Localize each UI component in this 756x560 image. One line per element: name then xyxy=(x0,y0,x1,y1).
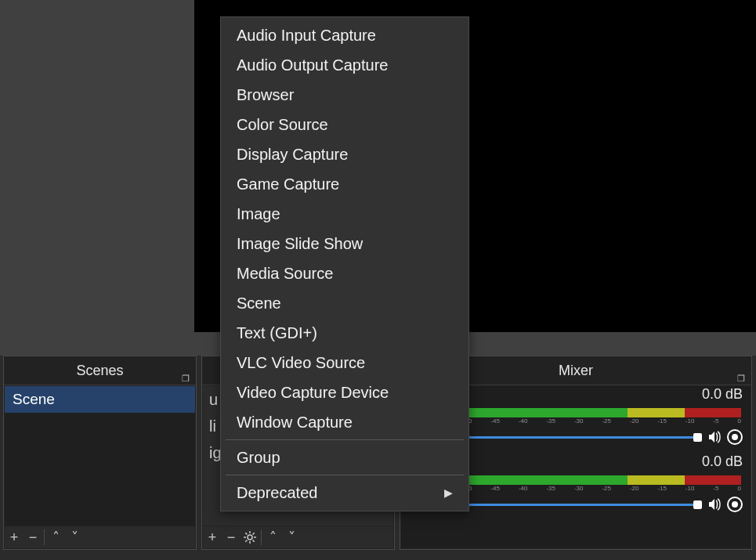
menu-item-vlc-video-source[interactable]: VLC Video Source xyxy=(221,348,468,378)
mute-button[interactable] xyxy=(707,497,722,512)
menu-item-display-capture[interactable]: Display Capture xyxy=(221,139,468,169)
menu-item-media-source[interactable]: Media Source xyxy=(221,258,468,288)
scenes-title: Scenes xyxy=(76,363,123,378)
svg-line-5 xyxy=(245,533,247,534)
sources-settings-button[interactable] xyxy=(241,528,259,547)
mixer-options-button[interactable] xyxy=(727,497,743,512)
minus-icon: − xyxy=(29,530,38,544)
scenes-dock: Scenes ❐ Scene + − ˄ ˅ xyxy=(3,356,197,550)
speaker-icon xyxy=(707,497,722,511)
menu-item-scene[interactable]: Scene xyxy=(221,288,468,318)
sources-remove-button[interactable]: − xyxy=(222,528,241,547)
menu-item-image-slide-show[interactable]: Image Slide Show xyxy=(221,229,468,258)
scenes-move-down-button[interactable]: ˅ xyxy=(65,528,84,547)
scene-item-label: Scene xyxy=(13,391,55,407)
chevron-down-icon: ˅ xyxy=(288,530,295,544)
menu-separator xyxy=(226,439,464,440)
scenes-dock-header: Scenes ❐ xyxy=(4,356,196,385)
mute-button[interactable] xyxy=(707,429,722,445)
chevron-up-icon: ˄ xyxy=(269,530,277,544)
svg-line-8 xyxy=(253,533,255,534)
add-source-context-menu: Audio Input Capture Audio Output Capture… xyxy=(220,16,469,511)
plus-icon: + xyxy=(208,530,217,544)
svg-point-0 xyxy=(248,535,252,540)
gear-icon xyxy=(244,531,256,544)
svg-line-7 xyxy=(245,540,247,542)
scenes-move-up-button[interactable]: ˄ xyxy=(46,528,65,547)
preview-left-gutter xyxy=(0,0,194,329)
menu-item-browser[interactable]: Browser xyxy=(221,80,468,110)
sources-move-up-button[interactable]: ˄ xyxy=(263,528,282,547)
scenes-toolbar: + − ˄ ˅ xyxy=(5,526,195,548)
submenu-caret-icon: ▶ xyxy=(444,478,453,508)
speaker-icon xyxy=(707,430,722,444)
menu-item-group[interactable]: Group xyxy=(221,443,468,472)
plus-icon: + xyxy=(10,530,19,544)
menu-item-audio-output-capture[interactable]: Audio Output Capture xyxy=(221,50,468,80)
menu-separator xyxy=(226,475,464,475)
mixer-channel-db: 0.0 dB xyxy=(702,386,743,403)
sources-toolbar: + − ˄ ˅ xyxy=(203,526,393,548)
menu-item-deprecated[interactable]: Deprecated ▶ xyxy=(221,478,468,508)
mixer-title: Mixer xyxy=(559,363,593,378)
menu-item-color-source[interactable]: Color Source xyxy=(221,110,468,139)
menu-item-game-capture[interactable]: Game Capture xyxy=(221,169,468,199)
toolbar-separator xyxy=(261,529,262,545)
slider-thumb[interactable] xyxy=(693,433,702,442)
scene-item[interactable]: Scene xyxy=(5,386,195,413)
svg-line-6 xyxy=(253,540,255,542)
scenes-list[interactable]: Scene xyxy=(5,386,195,526)
sources-add-button[interactable]: + xyxy=(203,528,222,547)
chevron-down-icon: ˅ xyxy=(71,530,78,544)
mixer-options-button[interactable] xyxy=(727,429,743,445)
minus-icon: − xyxy=(227,530,236,544)
chevron-up-icon: ˄ xyxy=(52,530,60,544)
menu-item-image[interactable]: Image xyxy=(221,199,468,229)
toolbar-separator xyxy=(44,529,45,545)
menu-item-video-capture-device[interactable]: Video Capture Device xyxy=(221,378,468,407)
sources-move-down-button[interactable]: ˅ xyxy=(282,528,301,547)
menu-item-audio-input-capture[interactable]: Audio Input Capture xyxy=(221,20,468,50)
menu-item-window-capture[interactable]: Window Capture xyxy=(221,407,468,437)
slider-thumb[interactable] xyxy=(693,500,702,509)
scenes-add-button[interactable]: + xyxy=(5,528,24,547)
scenes-remove-button[interactable]: − xyxy=(24,528,42,547)
menu-item-text-gdi[interactable]: Text (GDI+) xyxy=(221,318,468,348)
mixer-channel-db: 0.0 dB xyxy=(702,453,743,470)
app-root: Scenes ❐ Scene + − ˄ ˅ ❐ u li ig + − xyxy=(0,0,756,560)
